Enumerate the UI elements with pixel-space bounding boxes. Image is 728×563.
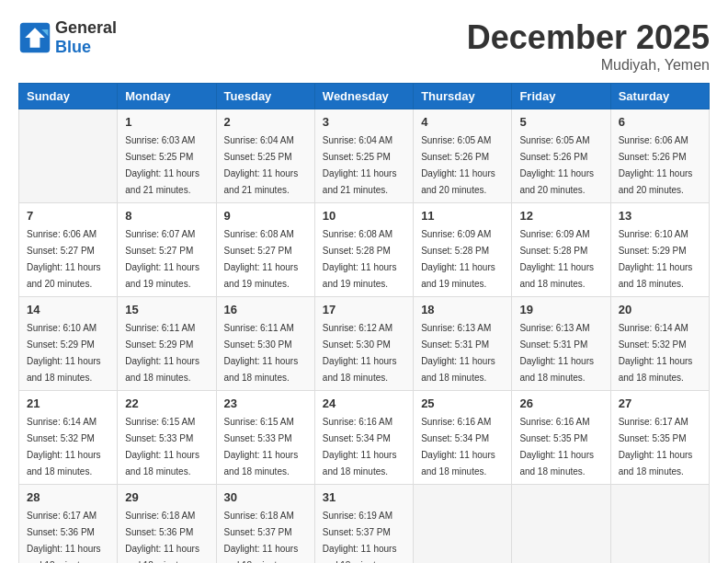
calendar-day-cell: 27Sunrise: 6:17 AMSunset: 5:35 PMDayligh… [610,391,709,485]
day-number: 19 [519,303,602,316]
logo-general-text: General [55,18,117,37]
day-info: Sunrise: 6:09 AMSunset: 5:28 PMDaylight:… [519,229,594,289]
location: Mudiyah, Yemen [467,57,710,74]
day-number: 18 [421,303,504,316]
day-info: Sunrise: 6:08 AMSunset: 5:27 PMDaylight:… [224,229,299,289]
day-number: 31 [323,490,405,504]
day-number: 20 [619,303,701,316]
day-number: 12 [519,209,602,223]
calendar-day-cell: 10Sunrise: 6:08 AMSunset: 5:28 PMDayligh… [314,203,413,297]
calendar-day-cell: 8Sunrise: 6:07 AMSunset: 5:27 PMDaylight… [118,203,216,297]
calendar-day-cell [512,485,610,564]
calendar-day-cell: 23Sunrise: 6:15 AMSunset: 5:33 PMDayligh… [216,391,314,485]
calendar-day-cell: 17Sunrise: 6:12 AMSunset: 5:30 PMDayligh… [314,297,413,391]
day-info: Sunrise: 6:17 AMSunset: 5:35 PMDaylight:… [619,417,693,477]
calendar-day-cell: 2Sunrise: 6:04 AMSunset: 5:25 PMDaylight… [216,109,314,203]
day-info: Sunrise: 6:04 AMSunset: 5:25 PMDaylight:… [224,135,299,195]
page-header: General Blue December 2025 Mudiyah, Yeme… [18,18,710,74]
day-info: Sunrise: 6:13 AMSunset: 5:31 PMDaylight:… [421,323,495,383]
day-info: Sunrise: 6:14 AMSunset: 5:32 PMDaylight:… [619,323,693,383]
day-info: Sunrise: 6:17 AMSunset: 5:36 PMDaylight:… [27,511,101,563]
weekday-header: Wednesday [314,84,413,109]
calendar-day-cell: 25Sunrise: 6:16 AMSunset: 5:34 PMDayligh… [414,391,512,485]
calendar-day-cell: 22Sunrise: 6:15 AMSunset: 5:33 PMDayligh… [118,391,216,485]
weekday-header-row: SundayMondayTuesdayWednesdayThursdayFrid… [19,84,710,109]
day-info: Sunrise: 6:05 AMSunset: 5:26 PMDaylight:… [519,135,594,195]
logo-icon [18,21,51,54]
day-number: 3 [323,115,405,129]
day-info: Sunrise: 6:16 AMSunset: 5:34 PMDaylight:… [323,417,397,477]
day-number: 16 [224,303,307,316]
weekday-header: Monday [118,84,216,109]
calendar-day-cell: 20Sunrise: 6:14 AMSunset: 5:32 PMDayligh… [610,297,709,391]
day-number: 21 [27,396,109,410]
day-info: Sunrise: 6:07 AMSunset: 5:27 PMDaylight:… [125,229,199,289]
calendar-day-cell [414,485,512,564]
calendar-day-cell: 24Sunrise: 6:16 AMSunset: 5:34 PMDayligh… [314,391,413,485]
calendar-table: SundayMondayTuesdayWednesdayThursdayFrid… [18,83,710,563]
title-block: December 2025 Mudiyah, Yemen [467,18,710,74]
calendar-week-row: 1Sunrise: 6:03 AMSunset: 5:25 PMDaylight… [19,109,710,203]
day-info: Sunrise: 6:12 AMSunset: 5:30 PMDaylight:… [323,323,397,383]
day-info: Sunrise: 6:14 AMSunset: 5:32 PMDaylight:… [27,417,101,477]
day-number: 14 [27,303,109,316]
day-info: Sunrise: 6:13 AMSunset: 5:31 PMDaylight:… [519,323,594,383]
day-info: Sunrise: 6:03 AMSunset: 5:25 PMDaylight:… [125,135,199,195]
day-info: Sunrise: 6:18 AMSunset: 5:37 PMDaylight:… [224,511,299,563]
day-info: Sunrise: 6:09 AMSunset: 5:28 PMDaylight:… [421,229,495,289]
calendar-day-cell: 19Sunrise: 6:13 AMSunset: 5:31 PMDayligh… [512,297,610,391]
calendar-week-row: 28Sunrise: 6:17 AMSunset: 5:36 PMDayligh… [19,485,710,564]
day-number: 29 [125,490,208,504]
day-number: 9 [224,209,307,223]
day-info: Sunrise: 6:10 AMSunset: 5:29 PMDaylight:… [27,323,101,383]
day-number: 6 [619,115,701,129]
day-info: Sunrise: 6:15 AMSunset: 5:33 PMDaylight:… [224,417,299,477]
calendar-day-cell: 7Sunrise: 6:06 AMSunset: 5:27 PMDaylight… [19,203,118,297]
weekday-header: Tuesday [216,84,314,109]
day-info: Sunrise: 6:18 AMSunset: 5:36 PMDaylight:… [125,511,199,563]
day-number: 15 [125,303,208,316]
day-info: Sunrise: 6:16 AMSunset: 5:34 PMDaylight:… [421,417,495,477]
logo-blue-text: Blue [55,38,91,56]
weekday-header: Sunday [19,84,118,109]
day-number: 23 [224,396,307,410]
day-number: 7 [27,209,109,223]
calendar-day-cell: 26Sunrise: 6:16 AMSunset: 5:35 PMDayligh… [512,391,610,485]
calendar-day-cell: 12Sunrise: 6:09 AMSunset: 5:28 PMDayligh… [512,203,610,297]
calendar-week-row: 14Sunrise: 6:10 AMSunset: 5:29 PMDayligh… [19,297,710,391]
calendar-day-cell: 31Sunrise: 6:19 AMSunset: 5:37 PMDayligh… [314,485,413,564]
calendar-day-cell: 11Sunrise: 6:09 AMSunset: 5:28 PMDayligh… [414,203,512,297]
logo: General Blue [18,18,117,57]
calendar-day-cell: 9Sunrise: 6:08 AMSunset: 5:27 PMDaylight… [216,203,314,297]
day-number: 26 [519,396,602,410]
weekday-header: Thursday [414,84,512,109]
day-number: 24 [323,396,405,410]
day-info: Sunrise: 6:16 AMSunset: 5:35 PMDaylight:… [519,417,594,477]
calendar-week-row: 21Sunrise: 6:14 AMSunset: 5:32 PMDayligh… [19,391,710,485]
calendar-day-cell: 6Sunrise: 6:06 AMSunset: 5:26 PMDaylight… [610,109,709,203]
calendar-day-cell: 1Sunrise: 6:03 AMSunset: 5:25 PMDaylight… [118,109,216,203]
day-number: 25 [421,396,504,410]
day-number: 4 [421,115,504,129]
day-number: 22 [125,396,208,410]
calendar-day-cell: 29Sunrise: 6:18 AMSunset: 5:36 PMDayligh… [118,485,216,564]
day-info: Sunrise: 6:04 AMSunset: 5:25 PMDaylight:… [323,135,397,195]
calendar-day-cell: 15Sunrise: 6:11 AMSunset: 5:29 PMDayligh… [118,297,216,391]
month-title: December 2025 [467,18,710,57]
day-info: Sunrise: 6:10 AMSunset: 5:29 PMDaylight:… [619,229,693,289]
calendar-week-row: 7Sunrise: 6:06 AMSunset: 5:27 PMDaylight… [19,203,710,297]
day-number: 17 [323,303,405,316]
day-info: Sunrise: 6:11 AMSunset: 5:30 PMDaylight:… [224,323,299,383]
calendar-day-cell: 3Sunrise: 6:04 AMSunset: 5:25 PMDaylight… [314,109,413,203]
weekday-header: Friday [512,84,610,109]
weekday-header: Saturday [610,84,709,109]
day-number: 11 [421,209,504,223]
day-info: Sunrise: 6:19 AMSunset: 5:37 PMDaylight:… [323,511,397,563]
calendar-day-cell: 18Sunrise: 6:13 AMSunset: 5:31 PMDayligh… [414,297,512,391]
day-number: 27 [619,396,701,410]
calendar-day-cell: 5Sunrise: 6:05 AMSunset: 5:26 PMDaylight… [512,109,610,203]
calendar-day-cell: 4Sunrise: 6:05 AMSunset: 5:26 PMDaylight… [414,109,512,203]
calendar-day-cell: 14Sunrise: 6:10 AMSunset: 5:29 PMDayligh… [19,297,118,391]
day-number: 1 [125,115,208,129]
calendar-day-cell: 21Sunrise: 6:14 AMSunset: 5:32 PMDayligh… [19,391,118,485]
